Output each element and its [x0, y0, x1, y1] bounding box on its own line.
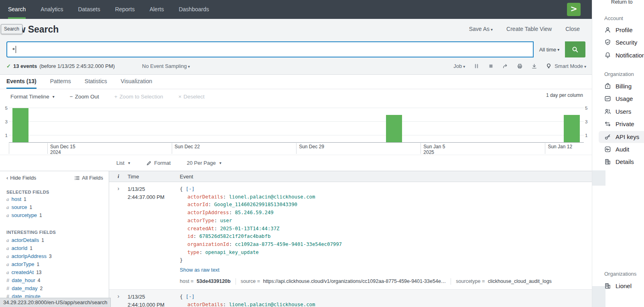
sidebar-item-private[interactable]: Private [604, 121, 634, 127]
close-button[interactable]: Close [565, 26, 580, 32]
job-menu[interactable]: Job▾ [453, 63, 465, 69]
hide-fields-link[interactable]: ‹Hide Fields [6, 175, 36, 181]
sidebar-item-api-keys[interactable]: API keys [604, 133, 639, 140]
nav-item-datasets[interactable]: Datasets [78, 0, 100, 19]
tab-events-13[interactable]: Events (13) [6, 75, 37, 89]
sidebar-item-audit[interactable]: Audit [604, 146, 629, 153]
field-count: 4 [38, 278, 41, 283]
field-item-sourcetype[interactable]: asourcetype1 [6, 212, 42, 219]
field-item-createdat[interactable]: acreatedAt13 [6, 269, 42, 276]
json-key: createdAt [187, 226, 214, 231]
x-axis-tick [9, 143, 9, 154]
column-info: i [109, 173, 128, 180]
field-name-link[interactable]: sourcetype [12, 212, 37, 218]
sidebar-item-details[interactable]: Details [604, 158, 634, 165]
time-range-picker[interactable]: All time▾ [534, 41, 565, 57]
expand-chevron-icon[interactable]: › [109, 185, 128, 289]
splunk-app-window: SearchAnalyticsDatasetsReportsAlertsDash… [0, 0, 592, 307]
column-time: Time [128, 174, 180, 180]
sidebar-item-usage[interactable]: Usage [604, 95, 633, 102]
x-axis-label-line: Sun Jan 12 [548, 144, 572, 149]
field-name-link[interactable]: date_hour [12, 277, 35, 283]
chevron-down-icon: ▾ [463, 64, 465, 69]
format-results-button[interactable]: Format [146, 160, 171, 166]
create-table-view-button[interactable]: Create Table View [506, 26, 552, 32]
sidebar-item-label: Usage [616, 95, 633, 102]
timeline-bar[interactable] [12, 108, 28, 142]
sidebar-item-notifications[interactable]: Notifications [604, 52, 644, 59]
field-name-link[interactable]: host [12, 196, 22, 202]
sidebar-item-lionel[interactable]: Lionel [604, 282, 632, 289]
nav-item-analytics[interactable]: Analytics [41, 0, 63, 19]
pause-icon[interactable] [473, 63, 479, 69]
sidebar-item-security[interactable]: Security [604, 39, 637, 46]
zoom-to-selection-button[interactable]: +Zoom to Selection [114, 94, 163, 100]
smart-mode-dropdown[interactable]: Smart Mode▾ [546, 63, 586, 69]
field-item-host[interactable]: ahost1 [6, 196, 26, 203]
meta-field-source[interactable]: source = https://api.clickhouse.cloud/v1… [241, 278, 446, 286]
results-area: ‹Hide Fields All Fields SELECTED FIELDS … [0, 171, 592, 307]
format-timeline-dropdown[interactable]: Format Timeline▾ [10, 94, 55, 100]
meta-field-sourcetype[interactable]: sourcetype = clickhouse_cloud_audit_logs [456, 278, 552, 286]
field-item-date-hour[interactable]: #date_hour4 [6, 277, 40, 283]
nav-item-alerts[interactable]: Alerts [150, 0, 164, 19]
field-item-actortype[interactable]: aactorType1 [6, 261, 39, 268]
deselect-button[interactable]: ×Deselect [178, 94, 204, 100]
field-item-date-mday[interactable]: #date_mday2 [6, 285, 43, 291]
field-item-actordetails[interactable]: aactorDetails1 [6, 237, 44, 244]
field-item-actoripaddress[interactable]: aactorIpAddress3 [6, 253, 52, 260]
save-as-button[interactable]: Save As▾ [469, 26, 493, 32]
sidebar-item-label: Private [616, 121, 634, 127]
stop-icon[interactable] [488, 63, 494, 69]
sidebar-item-label: Billing [616, 83, 632, 90]
print-icon[interactable] [517, 63, 523, 69]
show-raw-text-link[interactable]: Show as raw text [180, 266, 592, 274]
json-brace: { [180, 186, 183, 192]
splunk-logo-icon[interactable]: > [567, 3, 581, 16]
all-fields-link[interactable]: All Fields [74, 175, 103, 181]
field-name-link[interactable]: createdAt [12, 269, 34, 275]
json-collapse-toggle[interactable]: [-] [186, 294, 195, 299]
nav-item-search[interactable]: Search [8, 0, 26, 19]
field-name-link[interactable]: actorIpAddress [12, 253, 47, 259]
field-name-link[interactable]: source [12, 204, 27, 210]
field-name-link[interactable]: actorId [12, 245, 28, 251]
field-name-link[interactable]: actorDetails [12, 237, 39, 243]
result-summary: ✓ 13 events (before 1/13/25 2:45:32.000 … [6, 63, 190, 69]
sidebar-item-profile[interactable]: Profile [604, 27, 633, 33]
tab-statistics[interactable]: Statistics [85, 75, 107, 89]
chart-plot-area[interactable] [9, 104, 584, 143]
field-count: 13 [36, 270, 41, 275]
sidebar-item-users[interactable]: Users [604, 108, 631, 115]
per-page-dropdown[interactable]: 20 Per Page▾ [187, 160, 221, 166]
field-item-actorid[interactable]: aactorId1 [6, 245, 33, 252]
json-collapse-toggle[interactable]: [-] [186, 186, 195, 192]
tab-visualization[interactable]: Visualization [121, 75, 152, 89]
nav-item-reports[interactable]: Reports [115, 0, 135, 19]
timeline-bar[interactable] [386, 115, 402, 142]
timeline-bar[interactable] [564, 115, 580, 142]
field-name-link[interactable]: date_mday [12, 285, 37, 291]
json-key: actorId [187, 202, 208, 207]
field-item-source[interactable]: asource1 [6, 204, 32, 211]
clickhouse-settings-sidebar: Return to AccountProfileSecurityNotifica… [592, 0, 644, 307]
download-icon[interactable] [531, 63, 537, 69]
zoom-out-button[interactable]: −Zoom Out [70, 94, 99, 100]
list-view-dropdown[interactable]: List▾ [116, 160, 130, 166]
sidebar-item-billing[interactable]: Billing [604, 83, 632, 90]
usage-icon [604, 95, 611, 102]
nav-item-dashboards[interactable]: Dashboards [179, 0, 209, 19]
event-sampling-dropdown[interactable]: No Event Sampling▾ [142, 63, 190, 69]
field-name-link[interactable]: actorType [12, 261, 35, 267]
return-to-link[interactable]: Return to [611, 0, 632, 5]
expand-chevron-icon[interactable]: › [109, 293, 128, 307]
tab-patterns[interactable]: Patterns [50, 75, 71, 89]
x-axis-tick-label: Sun Dec 29 [299, 144, 324, 149]
chevron-down-icon: ▾ [219, 161, 221, 165]
search-input[interactable]: * [6, 41, 534, 57]
share-icon[interactable] [502, 63, 508, 69]
chevron-left-icon: ‹ [6, 175, 8, 181]
meta-field-host[interactable]: host = 53de4339120b [180, 278, 231, 286]
search-button[interactable] [565, 41, 585, 57]
chevron-down-icon: ▾ [491, 27, 493, 32]
